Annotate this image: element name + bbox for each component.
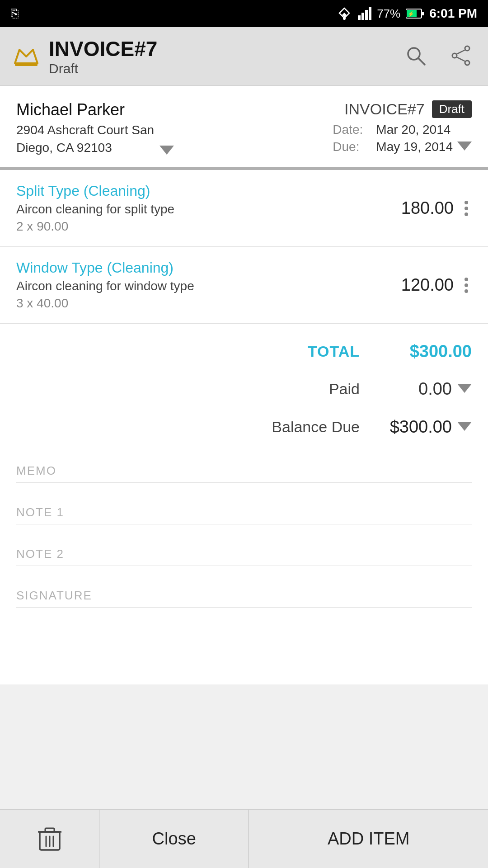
invoice-title: INVOICE#7	[49, 37, 157, 61]
status-left: ⎘	[11, 6, 19, 21]
invoice-number-label: INVOICE#7	[344, 100, 425, 118]
dot-icon	[465, 207, 468, 210]
time-display: 6:01 PM	[429, 6, 477, 21]
due-label: Due:	[333, 140, 369, 154]
item-qty-1: 3 x 40.00	[16, 296, 374, 311]
dot-icon	[465, 201, 468, 204]
draft-badge: Draft	[432, 100, 472, 118]
balance-due-label: Balance Due	[272, 418, 360, 436]
dot-icon	[465, 289, 468, 293]
share-icon	[450, 45, 472, 66]
delete-button[interactable]	[0, 810, 99, 868]
signal-icon	[358, 7, 371, 20]
crown-icon	[13, 45, 40, 68]
balance-row: Balance Due $300.00	[16, 408, 472, 446]
svg-text:⚡: ⚡	[408, 10, 414, 17]
note1-field[interactable]: NOTE 1	[16, 505, 472, 524]
total-row: TOTAL $300.00	[16, 333, 472, 370]
svg-rect-3	[365, 10, 368, 20]
item-desc-1: Aircon cleaning for window type	[16, 279, 374, 293]
add-item-label: ADD ITEM	[328, 829, 410, 849]
svg-point-14	[465, 61, 469, 65]
client-address-block: 2904 Ashcraft Court San Diego, CA 92103	[16, 121, 174, 156]
bottom-bar: Close ADD ITEM	[0, 809, 488, 868]
svg-line-16	[456, 50, 465, 54]
client-address-line2: Diego, CA 92103	[16, 139, 154, 156]
paid-dropdown-icon[interactable]	[457, 384, 472, 393]
item-amount-1: 120.00	[381, 275, 454, 295]
wifi-icon	[336, 7, 352, 20]
due-value: May 19, 2014	[376, 140, 453, 154]
date-label: Date:	[333, 123, 369, 137]
add-item-button[interactable]: ADD ITEM	[249, 810, 488, 868]
invoice-meta: INVOICE#7 Draft Date: Mar 20, 2014 Due: …	[333, 100, 472, 154]
line-item-info-1: Window Type (Cleaning) Aircon cleaning f…	[16, 259, 374, 311]
close-label: Close	[152, 829, 196, 849]
meta-dates: Date: Mar 20, 2014 Due: May 19, 2014	[333, 123, 472, 154]
due-date-dropdown-icon[interactable]	[457, 142, 472, 151]
svg-rect-20	[45, 828, 54, 832]
svg-point-13	[465, 46, 469, 51]
svg-rect-1	[358, 15, 361, 20]
svg-rect-6	[422, 12, 424, 15]
close-button[interactable]: Close	[99, 810, 249, 868]
notes-section: MEMO NOTE 1 NOTE 2 SIGNATURE	[0, 450, 488, 621]
address-dropdown-icon[interactable]	[160, 146, 174, 155]
app-bar-actions[interactable]	[401, 41, 475, 71]
total-value: $300.00	[381, 342, 472, 361]
item-name-0: Split Type (Cleaning)	[16, 183, 374, 199]
line-item[interactable]: Split Type (Cleaning) Aircon cleaning fo…	[0, 170, 488, 247]
svg-rect-10	[15, 63, 38, 66]
paid-label: Paid	[329, 380, 360, 398]
signature-line	[16, 607, 472, 608]
battery-icon: ⚡	[406, 8, 424, 19]
status-bar: ⎘ 77% ⚡ 6:01 PM	[0, 0, 488, 27]
paid-value: 0.00	[418, 379, 452, 399]
item-desc-0: Aircon cleaning for split type	[16, 202, 374, 217]
svg-point-0	[343, 17, 346, 20]
share-button[interactable]	[446, 41, 475, 71]
line-item-info-0: Split Type (Cleaning) Aircon cleaning fo…	[16, 183, 374, 234]
line-items-list: Split Type (Cleaning) Aircon cleaning fo…	[0, 170, 488, 324]
svg-rect-4	[369, 7, 371, 20]
memo-field[interactable]: MEMO	[16, 464, 472, 483]
item-name-1: Window Type (Cleaning)	[16, 259, 374, 276]
item-qty-0: 2 x 90.00	[16, 219, 374, 234]
signature-field[interactable]: SIGNATURE	[16, 589, 472, 608]
memo-line	[16, 482, 472, 483]
note2-field[interactable]: NOTE 2	[16, 547, 472, 566]
note1-line	[16, 524, 472, 524]
main-content: Michael Parker 2904 Ashcraft Court San D…	[0, 86, 488, 684]
date-value-wrap: Mar 20, 2014	[376, 123, 450, 137]
svg-line-17	[456, 57, 465, 61]
line-item-menu-1[interactable]	[461, 274, 472, 297]
memo-label: MEMO	[16, 464, 472, 478]
paid-value-wrap[interactable]: 0.00	[381, 379, 472, 399]
balance-value-wrap[interactable]: $300.00	[381, 417, 472, 437]
dot-icon	[465, 278, 468, 281]
svg-marker-9	[15, 50, 38, 63]
item-amount-0: 180.00	[381, 198, 454, 218]
search-button[interactable]	[401, 41, 430, 71]
line-item[interactable]: Window Type (Cleaning) Aircon cleaning f…	[0, 247, 488, 324]
balance-dropdown-icon[interactable]	[457, 422, 472, 431]
usb-icon: ⎘	[11, 6, 19, 21]
svg-rect-2	[361, 13, 364, 20]
signature-label: SIGNATURE	[16, 589, 472, 603]
app-bar-titles: INVOICE#7 Draft	[49, 37, 157, 76]
svg-line-12	[418, 58, 425, 65]
date-row: Date: Mar 20, 2014	[333, 123, 472, 137]
due-row: Due: May 19, 2014	[333, 140, 472, 154]
svg-point-15	[452, 53, 457, 58]
invoice-header: Michael Parker 2904 Ashcraft Court San D…	[0, 86, 488, 170]
invoice-meta-top: INVOICE#7 Draft	[344, 100, 472, 118]
battery-percentage: 77%	[377, 7, 400, 21]
due-value-wrap: May 19, 2014	[376, 140, 472, 154]
trash-icon	[38, 826, 61, 852]
app-bar: INVOICE#7 Draft	[0, 27, 488, 86]
status-right: 77% ⚡ 6:01 PM	[336, 6, 477, 21]
client-info: Michael Parker 2904 Ashcraft Court San D…	[16, 100, 174, 156]
balance-due-value: $300.00	[390, 417, 452, 437]
note2-line	[16, 566, 472, 566]
line-item-menu-0[interactable]	[461, 197, 472, 220]
